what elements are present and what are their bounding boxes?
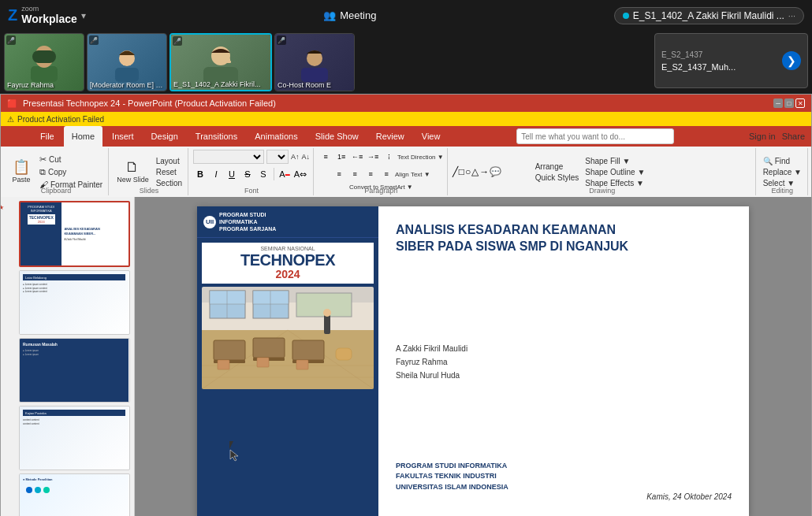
- shadow-button[interactable]: S: [256, 167, 270, 181]
- tab-animations[interactable]: Animations: [247, 126, 305, 147]
- close-button[interactable]: ✕: [795, 98, 805, 108]
- columns-button[interactable]: ⫶: [382, 150, 396, 164]
- share-button[interactable]: Share: [782, 132, 805, 141]
- italic-button[interactable]: I: [209, 167, 223, 181]
- search-bar: [449, 128, 741, 144]
- arrow-shape[interactable]: →: [479, 166, 489, 177]
- window-controls: ─ □ ✕: [773, 98, 805, 108]
- reset-button[interactable]: Reset: [154, 167, 184, 177]
- replace-button[interactable]: Replace ▼: [761, 167, 804, 177]
- next-participant-button[interactable]: ❯: [782, 51, 801, 70]
- font-family-select[interactable]: [193, 150, 264, 164]
- slide-panel: 1 ★ PROGRAM STUDIINFORMATIKA TECHNOPEX 2…: [1, 197, 135, 516]
- shape-fill-button[interactable]: Shape Fill ▼: [583, 156, 647, 166]
- tab-home[interactable]: Home: [64, 126, 102, 147]
- video-thumb-3-active[interactable]: 🎤 E_S1_1402_A Zakki Fikril...: [169, 33, 272, 91]
- video-thumb-1[interactable]: 🎤 Fayruz Rahma: [4, 33, 84, 91]
- align-text-button[interactable]: Align Text ▼: [395, 171, 430, 178]
- decrease-indent-button[interactable]: ←≡: [350, 150, 364, 164]
- shape-outline-button[interactable]: Shape Outline ▼: [583, 167, 647, 177]
- arrange-button[interactable]: Arrange: [533, 161, 582, 172]
- char-spacing-button[interactable]: A⇔: [293, 167, 307, 181]
- meeting-icon: 👥: [323, 9, 336, 21]
- main-slide: UII PROGRAM STUDIINFORMATIKAPROGRAM SARJ…: [197, 206, 749, 516]
- video-thumb-4[interactable]: 🎤 Co-Host Room E: [274, 33, 355, 91]
- line-shape[interactable]: ╱: [453, 166, 458, 177]
- ppt-window: 🟥 Presentasi Technopex 24 - PowerPoint (…: [0, 94, 812, 516]
- tab-file[interactable]: File: [32, 126, 62, 147]
- slide-thumb-1[interactable]: PROGRAM STUDIINFORMATIKA TECHNOPEX 2024 …: [19, 201, 130, 267]
- uii-logo: UII: [203, 216, 216, 228]
- numbered-list-button[interactable]: 1≡: [334, 150, 348, 164]
- slide-area: UII PROGRAM STUDIINFORMATIKAPROGRAM SARJ…: [135, 197, 811, 516]
- svg-rect-32: [292, 340, 324, 360]
- svg-rect-6: [123, 62, 131, 65]
- svg-rect-37: [324, 314, 330, 334]
- tab-transitions[interactable]: Transitions: [188, 126, 245, 147]
- cut-button[interactable]: ✂ Cut: [37, 154, 105, 165]
- classroom-photo: [202, 287, 374, 389]
- zoom-logo[interactable]: Z zoom Workplace ▾: [8, 6, 86, 25]
- svg-rect-20: [253, 291, 289, 304]
- triangle-shape[interactable]: △: [471, 166, 479, 177]
- slide-thumb-2[interactable]: Latar Belakang ● Lorem ipsum content● Lo…: [19, 270, 130, 335]
- mic-icon-2: 🎤: [89, 35, 99, 45]
- bold-button[interactable]: B: [193, 167, 207, 181]
- decrease-font-button[interactable]: A↓: [302, 153, 311, 161]
- find-button[interactable]: 🔍 Find: [761, 156, 804, 166]
- slide-thumb-4[interactable]: Kajian Pustaka content contentcontent co…: [19, 406, 130, 470]
- tab-insert[interactable]: Insert: [104, 126, 142, 147]
- strikethrough-button[interactable]: S: [240, 167, 255, 181]
- increase-indent-button[interactable]: →≡: [366, 150, 380, 164]
- paste-button[interactable]: 📋 Paste: [7, 154, 35, 190]
- paste-icon: 📋: [13, 160, 30, 174]
- tab-review[interactable]: Review: [368, 126, 412, 147]
- ribbon-group-paragraph: ≡ 1≡ ←≡ →≡ ⫶ Text Direction ▼ ≡ ≡ ≡ ≡ Al…: [315, 148, 448, 195]
- ppt-icon: 🟥: [7, 99, 17, 108]
- tab-slideshow[interactable]: Slide Show: [307, 126, 367, 147]
- zoom-topbar: Z zoom Workplace ▾ 👥 Meeting E_S1_1402_A…: [0, 0, 812, 31]
- video-strip: 🎤 Fayruz Rahma 🎤 [Moderator Room E] E_S2…: [0, 31, 812, 94]
- mic-icon-4: 🎤: [277, 35, 286, 45]
- layout-button[interactable]: Layout: [154, 156, 184, 166]
- zoom-logo-text: zoom Workplace: [21, 6, 77, 25]
- video-large-panel[interactable]: E_S2_1437 E_S2_1437_Muh... ❯: [654, 33, 808, 88]
- circle-shape[interactable]: ○: [465, 166, 471, 177]
- quick-styles-button[interactable]: Quick Styles: [533, 173, 582, 183]
- font-size-select[interactable]: [266, 150, 289, 164]
- new-slide-icon: 🗋: [125, 160, 140, 174]
- signin-link[interactable]: Sign in: [749, 132, 776, 141]
- slide-thumb-3[interactable]: Rumusan Masalah ● Lorem ipsum● Lorem ips…: [19, 338, 130, 403]
- ribbon-group-font: A↑ A↓ B I U S S A▬ A⇔ Font: [190, 148, 314, 195]
- underline-button[interactable]: U: [225, 167, 239, 181]
- new-slide-button[interactable]: 🗋 New Slide: [114, 154, 152, 190]
- svg-rect-39: [336, 348, 352, 360]
- copy-icon: ⧉: [39, 167, 46, 177]
- text-direction-button[interactable]: Text Direction ▼: [397, 154, 444, 161]
- rectangle-shape[interactable]: □: [459, 166, 464, 177]
- callout-shape[interactable]: 💬: [490, 166, 501, 177]
- video-thumb-2[interactable]: 🎤 [Moderator Room E] E_S2...: [87, 33, 167, 91]
- maximize-button[interactable]: □: [784, 98, 794, 108]
- slide-right-panel: ANALISIS KESADARAN KEAMANAN SIBER PADA S…: [378, 206, 749, 516]
- svg-rect-13: [301, 68, 328, 82]
- minimize-button[interactable]: ─: [773, 98, 783, 108]
- copy-button[interactable]: ⧉ Copy: [37, 166, 105, 178]
- increase-font-button[interactable]: A↑: [291, 153, 300, 161]
- justify-button[interactable]: ≡: [379, 167, 393, 181]
- align-left-button[interactable]: ≡: [332, 167, 346, 181]
- font-color-button[interactable]: A▬: [277, 167, 292, 181]
- chevron-down-icon[interactable]: ▾: [81, 10, 86, 21]
- tab-view[interactable]: View: [414, 126, 449, 147]
- mic-icon-1: 🎤: [6, 35, 16, 45]
- bullet-list-button[interactable]: ≡: [318, 150, 333, 164]
- slide-thumb-5[interactable]: ● Metode Penelitian: [19, 473, 130, 516]
- align-center-button[interactable]: ≡: [348, 167, 362, 181]
- svg-point-38: [323, 309, 331, 317]
- search-input[interactable]: [516, 128, 674, 144]
- tab-design[interactable]: Design: [143, 126, 186, 147]
- align-right-button[interactable]: ≡: [363, 167, 378, 181]
- ribbon-group-clipboard: 📋 Paste ✂ Cut ⧉ Copy 🖌 Format Painter: [4, 148, 109, 195]
- ribbon-group-drawing: ╱ □ ○ △ → 💬 Arrange Quick Styles Shape F…: [449, 148, 756, 195]
- speaker-options-icon[interactable]: ···: [788, 11, 795, 20]
